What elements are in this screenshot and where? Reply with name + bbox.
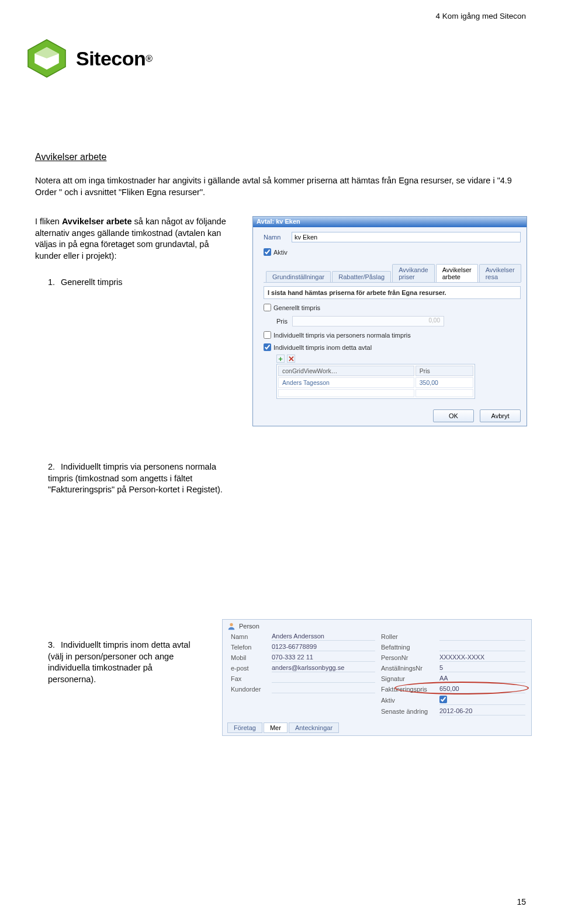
grid-delete-icon[interactable]: ✕ [287,355,295,363]
grid-col-pris: Pris [415,366,473,376]
description-paragraph: I fliken Avvikelser arbete så kan något … [35,216,234,262]
avtal-titlebar: Avtal: kv Eken [253,217,527,227]
tab-avvikande-priser[interactable]: Avvikande priser [392,264,435,282]
individuellt-avtal-label: Individuellt timpris inom detta avtal [273,344,372,351]
person-telefon-value: 0123-66778899 [272,643,375,651]
list-item-1: 1.Generellt timpris [48,277,123,287]
brand-logo: Sitecon® [23,35,153,82]
pris-label: Pris [276,318,288,325]
aktiv-label: Aktiv [273,249,288,256]
page-number: 15 [517,897,526,906]
avtal-panel: Avtal: kv Eken Namn Aktiv Grundinställni… [252,216,527,426]
tab-avvikelser-arbete[interactable]: Avvikelser arbete [436,264,478,282]
person-icon [227,622,236,630]
header-breadcrumb: 4 Kom igång med Sitecon [435,12,526,20]
table-row[interactable]: Anders Tagesson 350,00 [278,377,473,388]
list-item-2: 2. Individuellt timpris via personens no… [48,461,235,496]
avtal-name-input[interactable] [292,232,521,242]
person-tab-mer[interactable]: Mer [264,722,288,733]
avtal-name-label: Namn [264,234,292,241]
person-fax-value [272,675,375,683]
intro-paragraph: Notera att om inga timkostnader har angi… [35,175,514,198]
generellt-timpris-checkbox[interactable] [264,304,271,311]
person-tab-foretag[interactable]: Företag [227,722,262,733]
tab-grundinstallningar[interactable]: Grundinställningar [266,271,331,282]
avtal-tabstrip: Grundinställningar Rabatter/Påslag Avvik… [264,264,521,283]
person-anstallning-value: 5 [439,664,525,672]
person-faktureringspris-value: 650,00 [439,685,525,693]
person-personnr-value: XXXXXX-XXXX [439,654,525,662]
list-item-3: 3. Individuellt timpris inom detta avtal… [48,640,200,685]
person-aktiv-checkbox[interactable] [439,696,447,703]
section-title: Avvikelser arbete [35,152,106,162]
logo-icon [23,35,70,82]
aktiv-checkbox[interactable] [264,248,271,256]
individuellt-normala-checkbox[interactable] [264,331,271,339]
svg-point-3 [230,623,233,626]
cancel-button[interactable]: Avbryt [480,409,521,422]
person-right-column: Roller Befattning PersonNrXXXXXX-XXXX An… [381,633,525,718]
pris-input[interactable]: 0,00 [292,316,444,326]
person-panel: Person NamnAnders Andersson Telefon0123-… [222,619,532,736]
person-befattning-value [439,643,525,651]
person-tabstrip: Företag Mer Anteckningar [227,722,340,733]
logo-text: Sitecon® [76,47,153,70]
ok-button[interactable]: OK [433,409,474,422]
person-aktiv-value [439,696,525,705]
tab-avvikelser-resa[interactable]: Avvikelser resa [479,264,521,282]
person-title-text: Person [239,623,259,630]
person-mobil-value: 070-333 22 11 [272,654,375,662]
registered-mark: ® [146,54,153,64]
individuellt-avtal-checkbox[interactable] [264,343,271,351]
person-left-column: NamnAnders Andersson Telefon0123-6677889… [231,633,375,718]
person-signatur-value: AA [439,675,525,683]
person-name-value: Anders Andersson [272,633,375,641]
person-senaste-value: 2012-06-20 [439,707,525,715]
person-kundorder-value [272,685,375,693]
generellt-timpris-label: Generellt timpris [273,304,320,311]
person-tab-anteckningar[interactable]: Anteckningar [289,722,339,733]
person-epost-value: anders@karlssonbygg.se [272,664,375,672]
grid-add-icon[interactable]: + [276,355,285,363]
table-row[interactable] [278,389,473,397]
avtal-info-banner: I sista hand hämtas priserna för arbete … [264,286,521,299]
tab-rabatter[interactable]: Rabatter/Påslag [332,271,391,282]
individuellt-normala-label: Individuellt timpris via personers norma… [273,332,411,339]
timpris-grid[interactable]: conGridViewWork… Pris Anders Tagesson 35… [276,364,475,399]
grid-col-name: conGridViewWork… [278,366,414,376]
person-roller-value [439,633,525,641]
